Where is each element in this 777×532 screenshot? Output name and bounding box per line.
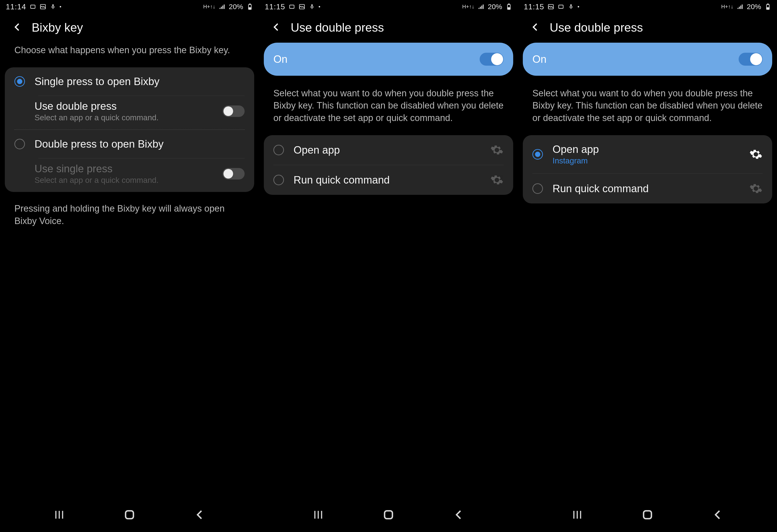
switch-on-icon [739,53,763,65]
screen-use-double-press-selected: 11:15 H+↑↓ 20% Use double press On Selec… [518,0,777,532]
page-description: Select what you want to do when you doub… [259,83,518,131]
svg-rect-13 [385,511,393,519]
toggle-disabled [223,168,245,179]
mic-icon [49,3,57,10]
option-run-quick-command[interactable]: Run quick command [523,174,772,204]
recents-button[interactable] [570,508,584,522]
app-bar: Use double press [259,13,518,39]
back-button[interactable] [452,508,465,522]
master-toggle-label: On [273,53,288,65]
master-toggle[interactable]: On [523,43,772,76]
option-label: Open app [294,144,480,156]
card-icon [558,3,564,10]
home-button[interactable] [382,508,395,522]
signal-icon [478,3,484,10]
data-type-icon: H+↑↓ [203,4,215,10]
svg-rect-20 [644,511,652,519]
radio-unchecked-icon [273,145,284,155]
recents-button[interactable] [312,508,325,522]
status-dot [60,6,61,7]
screen-use-double-press: 11:15 H+↑↓ 20% Use double press On Selec… [259,0,518,532]
option-open-app[interactable]: Open app [264,135,513,165]
option-label: Run quick command [294,174,480,186]
option-label: Double press to open Bixby [34,138,245,150]
svg-rect-7 [290,5,294,8]
back-icon[interactable] [11,21,23,34]
option-label: Single press to open Bixby [34,76,245,88]
radio-unchecked-icon [273,175,284,185]
sub-option-sublabel: Select an app or a quick command. [34,113,213,122]
home-button[interactable] [641,508,654,522]
svg-rect-5 [249,8,251,9]
gear-icon[interactable] [749,182,763,195]
toggle-off[interactable] [223,106,245,117]
double-press-options-card: Open app Run quick command [264,135,513,195]
svg-rect-0 [31,5,35,8]
option-open-app[interactable]: Open app Instagram [523,135,772,173]
signal-icon [737,3,744,10]
svg-rect-2 [52,4,54,7]
mic-icon [309,3,315,10]
option-label: Run quick command [553,182,740,194]
battery-icon [506,3,512,10]
page-description: Select what you want to do when you doub… [518,83,777,131]
svg-rect-18 [767,4,769,4]
image-icon [39,3,46,10]
back-icon[interactable] [530,21,541,34]
battery-percent: 20% [488,3,502,11]
home-button[interactable] [123,508,136,522]
card-icon [29,3,36,10]
image-icon [548,3,554,10]
back-icon[interactable] [270,21,282,34]
radio-checked-icon [532,149,543,160]
app-bar: Use double press [518,13,777,39]
sub-option-use-double-press[interactable]: Use double press Select an app or a quic… [5,96,254,129]
double-press-options-card: Open app Instagram Run quick command [523,135,772,204]
status-bar: 11:15 H+↑↓ 20% [259,0,518,13]
option-single-press[interactable]: Single press to open Bixby [5,68,254,96]
svg-rect-4 [249,4,251,4]
page-title: Use double press [291,21,384,34]
option-run-quick-command[interactable]: Run quick command [264,165,513,195]
card-icon [289,3,295,10]
footnote-text: Pressing and holding the Bixby key will … [0,196,259,234]
bixby-key-options-card: Single press to open Bixby Use double pr… [5,68,254,192]
status-bar: 11:15 H+↑↓ 20% [518,0,777,13]
gear-icon[interactable] [749,148,763,161]
radio-checked-icon [14,76,25,87]
gear-icon[interactable] [490,173,504,187]
mic-icon [568,3,574,10]
image-icon [299,3,305,10]
page-title: Bixby key [32,21,83,34]
app-bar: Bixby key [0,13,259,39]
option-label: Open app [553,143,740,155]
page-title: Use double press [550,21,643,34]
svg-rect-11 [509,4,510,4]
status-dot [578,6,579,7]
svg-rect-19 [767,8,769,9]
sub-option-use-single-press: Use single press Select an app or a quic… [5,158,254,192]
nav-bar [518,499,777,532]
nav-bar [0,499,259,532]
master-toggle[interactable]: On [264,43,513,76]
recents-button[interactable] [52,508,66,522]
battery-percent: 20% [229,3,243,11]
status-time: 11:15 [265,2,285,11]
back-button[interactable] [711,508,725,522]
radio-unchecked-icon [14,139,25,149]
option-double-press[interactable]: Double press to open Bixby [5,130,254,158]
master-toggle-label: On [532,53,547,65]
gear-icon[interactable] [490,143,504,157]
battery-percent: 20% [747,3,761,11]
nav-bar [259,499,518,532]
status-time: 11:14 [6,2,26,11]
svg-rect-12 [508,8,510,9]
back-button[interactable] [193,508,207,522]
status-dot [319,6,320,7]
svg-rect-16 [570,4,572,7]
svg-rect-9 [312,4,313,7]
svg-rect-15 [559,5,563,8]
signal-icon [219,3,225,10]
page-description: Choose what happens when you press the B… [0,39,259,63]
status-time: 11:15 [524,2,544,11]
